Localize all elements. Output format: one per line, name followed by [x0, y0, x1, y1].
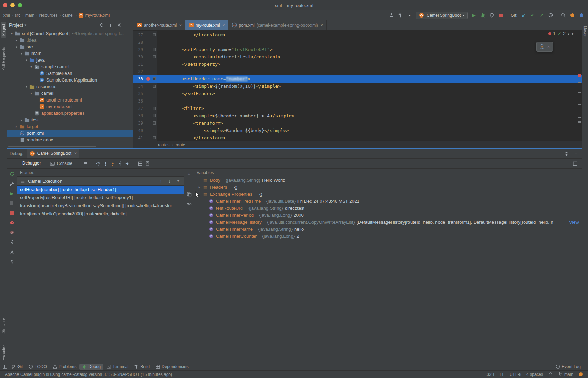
fold-marker-icon[interactable]: [153, 33, 156, 36]
prev-frame-icon[interactable]: ↑: [158, 178, 164, 184]
tree-item[interactable]: my-route.xml: [7, 103, 133, 110]
step-into-icon[interactable]: [103, 161, 108, 167]
breakpoint-gutter[interactable]: [145, 119, 151, 127]
modify-run-config-icon[interactable]: [9, 181, 15, 187]
tree-item[interactable]: ▾resources: [7, 83, 133, 90]
settings-icon[interactable]: [9, 249, 15, 255]
fold-gutter[interactable]: [151, 119, 158, 127]
tree-toggle-icon[interactable]: ▸: [19, 118, 24, 122]
stripe-mark[interactable]: [578, 117, 581, 118]
tree-toggle-icon[interactable]: ▾: [29, 65, 34, 69]
tree-item[interactable]: another-route.xml: [7, 97, 133, 103]
code-line[interactable]: 40<simple>Random ${body}</simple>: [133, 127, 582, 134]
editor-tab[interactable]: my-route.xml×: [185, 20, 228, 30]
fold-gutter[interactable]: [151, 38, 158, 46]
stripe-mark[interactable]: [578, 92, 581, 93]
breakpoint-gutter[interactable]: [145, 53, 151, 61]
update-project-icon[interactable]: ↙: [520, 12, 526, 18]
hide-panel-icon[interactable]: −: [125, 22, 131, 28]
tree-toggle-icon[interactable]: ▸: [197, 185, 202, 189]
breakpoint-gutter[interactable]: [145, 90, 151, 97]
code-line[interactable]: 35</setHeader>: [133, 90, 582, 97]
tree-toggle-icon[interactable]: ▸: [14, 38, 19, 42]
variable-row[interactable]: Body={java.lang.String} Hello World: [194, 176, 582, 183]
fold-marker-icon[interactable]: [153, 107, 156, 110]
variable-row[interactable]: PCamelTimerPeriod={java.lang.Long} 2000: [194, 211, 582, 218]
debug-session-tab[interactable]: Camel SpringBoot×: [27, 149, 79, 158]
fold-gutter[interactable]: [151, 90, 158, 97]
breadcrumb-item[interactable]: main: [25, 13, 34, 18]
tree-toggle-icon[interactable]: ▾: [19, 52, 24, 55]
collaborate-users-icon[interactable]: [388, 12, 394, 18]
tree-toggle-icon[interactable]: ▾: [24, 58, 29, 62]
thread-dump-icon[interactable]: [9, 239, 15, 245]
tree-item[interactable]: ▾java: [7, 57, 133, 63]
frame-row[interactable]: setProperty[testRouteURI] [route=hello,i…: [17, 194, 184, 202]
editor-breadcrumb-item[interactable]: routes: [158, 142, 169, 147]
tree-item[interactable]: ▾main: [7, 50, 133, 57]
remove-watch-icon[interactable]: −: [186, 181, 192, 187]
close-window-button[interactable]: [3, 3, 7, 7]
maven-reload-icon[interactable]: m: [539, 44, 545, 50]
code-line[interactable]: 31</setProperty>: [133, 61, 582, 68]
code-line[interactable]: 29<setProperty name="testRouteURI">: [133, 46, 582, 53]
push-icon[interactable]: ↗: [539, 12, 545, 18]
breakpoint-gutter[interactable]: [145, 105, 151, 112]
breadcrumb-item[interactable]: camel: [62, 13, 74, 18]
tree-item[interactable]: ▾src: [7, 43, 133, 50]
tool-stripe-button-maven[interactable]: Maven: [583, 24, 588, 40]
breadcrumb-item[interactable]: xml: [4, 13, 10, 18]
breadcrumb-item[interactable]: resources: [39, 13, 58, 18]
breakpoint-gutter[interactable]: [145, 46, 151, 53]
fold-marker-icon[interactable]: [153, 48, 156, 51]
add-watch-icon[interactable]: +: [186, 171, 192, 177]
fold-gutter[interactable]: [151, 46, 158, 53]
toolwindow-toggle-icon[interactable]: [2, 364, 8, 370]
variable-row[interactable]: Exchange Properties={}: [194, 190, 582, 197]
view-options-icon[interactable]: [137, 161, 143, 167]
close-icon[interactable]: ×: [179, 23, 182, 28]
toolwindow-problems[interactable]: Problems: [50, 364, 79, 370]
breakpoint-gutter[interactable]: [145, 38, 151, 46]
pause-icon[interactable]: [9, 200, 15, 206]
evaluate-expression-icon[interactable]: [145, 161, 150, 167]
chevron-down-icon[interactable]: ▾: [407, 12, 413, 18]
resume-icon[interactable]: ▶: [9, 190, 15, 196]
collapse-all-icon[interactable]: [107, 22, 113, 28]
close-icon[interactable]: ×: [321, 23, 323, 28]
tree-item[interactable]: ▸test: [7, 117, 133, 123]
prev-issue-icon[interactable]: ▴: [568, 32, 569, 36]
stripe-mark[interactable]: [578, 104, 581, 105]
toolwindow-git[interactable]: Git: [9, 364, 25, 370]
stop-icon[interactable]: [9, 210, 15, 216]
next-issue-icon[interactable]: ▾: [572, 32, 573, 36]
tree-item[interactable]: application.properties: [7, 110, 133, 117]
variable-row[interactable]: PCamelMessageHistory={java.util.concurre…: [194, 218, 582, 225]
step-over-icon[interactable]: [95, 161, 101, 167]
toolwindow-build[interactable]: Build: [132, 364, 152, 370]
breadcrumb-item[interactable]: src: [15, 13, 20, 18]
notifications-icon[interactable]: [569, 12, 575, 18]
variable-row[interactable]: PCamelTimerCounter={java.lang.Long} 2: [194, 232, 582, 239]
code-line[interactable]: 30<constant>direct:test</constant>: [133, 53, 582, 61]
code-line[interactable]: 28: [133, 38, 582, 46]
debug-view-tab-debugger[interactable]: Debugger: [19, 159, 44, 168]
stop-icon[interactable]: [498, 12, 504, 18]
coverage-icon[interactable]: [489, 12, 495, 18]
variable-row[interactable]: PtestRouteURI={java.lang.String} direct:…: [194, 204, 582, 211]
view-breakpoints-icon[interactable]: [9, 220, 15, 226]
tree-toggle-icon[interactable]: ▾: [24, 85, 29, 89]
code-line[interactable]: 27</transform>: [133, 31, 582, 38]
hide-panel-icon[interactable]: −: [573, 151, 579, 157]
thread-selector[interactable]: Camel Execution ↑↓▾: [17, 176, 184, 186]
maven-reload-popup[interactable]: m×: [536, 42, 553, 52]
step-out-icon[interactable]: [117, 161, 123, 167]
readonly-lock-icon[interactable]: [548, 372, 553, 377]
code-line[interactable]: 36: [133, 97, 582, 105]
fold-gutter[interactable]: [151, 97, 158, 105]
breakpoint-gutter[interactable]: [145, 68, 151, 75]
stripe-mark[interactable]: [578, 121, 581, 122]
status-widget[interactable]: UTF-8: [510, 372, 522, 377]
tree-item[interactable]: ▾xml [Camel SpringBoot]~/Dev/git/camel-s…: [7, 30, 133, 37]
minimize-window-button[interactable]: [10, 3, 15, 7]
